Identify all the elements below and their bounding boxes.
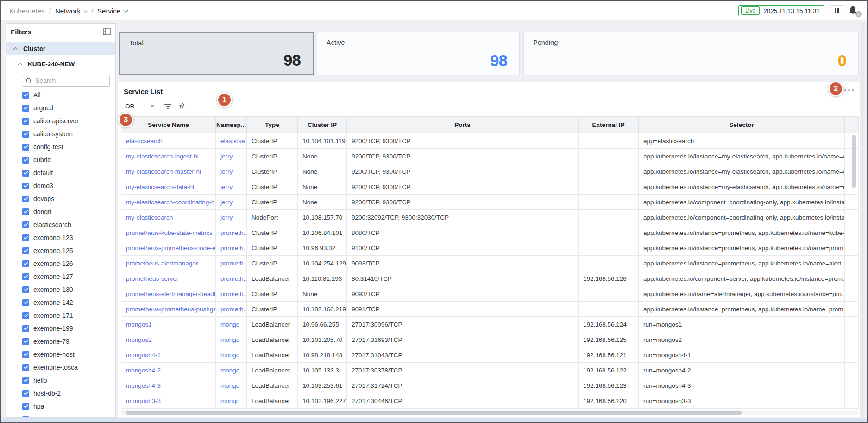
checkbox-checked-icon[interactable] (22, 196, 29, 202)
namespace-checkbox-item[interactable]: exemone-123 (6, 231, 115, 244)
col-type[interactable]: Type (247, 117, 298, 133)
page-scrollbar-track[interactable] (861, 23, 865, 417)
namespace-link[interactable]: jerry (216, 210, 247, 225)
stat-card-pending[interactable]: Pending 0 (523, 32, 859, 75)
collapse-panel-icon[interactable] (103, 28, 111, 35)
col-namespace[interactable]: Namesp... (216, 117, 247, 133)
service-name-link[interactable]: my-elasticsearch-ingest-hl (121, 149, 216, 164)
namespace-checkbox-item[interactable]: cubrid (6, 153, 115, 166)
namespace-link[interactable]: prometh... (216, 240, 247, 256)
checkbox-checked-icon[interactable] (22, 390, 29, 397)
checkbox-checked-icon[interactable] (22, 312, 29, 319)
service-name-link[interactable]: my-elasticsearch-coordinating-hl (121, 195, 216, 210)
col-external-ip[interactable]: External IP (579, 117, 639, 133)
namespace-link[interactable]: mongo (216, 393, 247, 409)
namespace-checkbox-item[interactable]: calico-apiserver (6, 114, 115, 127)
service-name-link[interactable]: mongosh4-2 (121, 363, 216, 378)
breadcrumb-network-dropdown[interactable]: Network (55, 7, 87, 15)
sidebar-cluster-node[interactable]: KUBE-240-NEW (6, 57, 115, 71)
namespace-checkbox-item[interactable]: exemone-199 (6, 322, 115, 335)
namespace-link[interactable]: jerry (216, 149, 247, 164)
namespace-checkbox-item[interactable]: exemone-tosca (6, 361, 115, 374)
table-horizontal-scrollbar-thumb[interactable] (126, 411, 742, 415)
checkbox-checked-icon[interactable] (22, 92, 29, 99)
namespace-checkbox-item[interactable]: exemone-171 (6, 309, 115, 322)
checkbox-checked-icon[interactable] (22, 144, 29, 151)
namespace-search[interactable] (22, 75, 110, 87)
namespace-checkbox-item[interactable]: exemone-host (6, 348, 115, 361)
table-vertical-scrollbar[interactable] (852, 135, 856, 188)
namespace-link[interactable]: prometh... (216, 225, 247, 240)
checkbox-checked-icon[interactable] (22, 105, 29, 112)
checkbox-checked-icon[interactable] (22, 377, 29, 384)
col-ports[interactable]: Ports (347, 117, 579, 133)
namespace-link[interactable]: mongo (216, 347, 247, 363)
service-name-link[interactable]: mongosh4-1 (121, 347, 216, 363)
namespace-checkbox-item[interactable]: exemone-130 (6, 283, 115, 296)
notification-bell[interactable]: 0 (849, 5, 859, 16)
table-horizontal-scrollbar-track[interactable] (121, 410, 858, 415)
namespace-checkbox-item[interactable]: All (6, 88, 115, 101)
namespace-link[interactable]: jerry (216, 164, 247, 179)
namespace-checkbox-item[interactable]: config-test (6, 140, 115, 153)
namespace-link[interactable]: elasticse... (216, 133, 247, 149)
service-name-link[interactable]: mongos2 (121, 332, 216, 347)
namespace-checkbox-item[interactable]: exemone-126 (6, 257, 115, 270)
service-name-link[interactable]: prometheus-prometheus-node-exporter (121, 240, 216, 256)
namespace-link[interactable]: prometh... (216, 302, 247, 317)
stat-card-active[interactable]: Active 98 (317, 32, 520, 75)
checkbox-checked-icon[interactable] (22, 208, 29, 215)
service-name-link[interactable]: mongos1 (121, 317, 216, 332)
namespace-link[interactable]: prometh... (216, 271, 247, 286)
checkbox-checked-icon[interactable] (22, 299, 29, 306)
service-name-link[interactable]: prometheus-alertmanager (121, 256, 216, 271)
namespace-checkbox-item[interactable]: exemone-79 (6, 335, 115, 348)
checkbox-checked-icon[interactable] (22, 338, 29, 345)
namespace-checkbox-item[interactable]: hello (6, 374, 115, 387)
filter-lines-icon[interactable] (164, 104, 171, 109)
namespace-link[interactable]: mongo (216, 317, 247, 332)
sidebar-section-cluster[interactable]: Cluster (6, 42, 115, 55)
namespace-link[interactable]: mongo (216, 332, 247, 347)
namespace-checkbox-item[interactable]: elasticsearch (6, 218, 115, 231)
namespace-checkbox-item[interactable]: exemone-142 (6, 296, 115, 309)
service-name-link[interactable]: prometheus-server (121, 271, 216, 286)
namespace-checkbox-item[interactable]: default (6, 166, 115, 179)
namespace-checkbox-item[interactable]: devops (6, 192, 115, 205)
namespace-checkbox-item[interactable]: dongri (6, 205, 115, 218)
checkbox-checked-icon[interactable] (22, 118, 29, 125)
pin-icon[interactable] (178, 103, 185, 110)
col-selector[interactable]: Selector (639, 117, 845, 133)
filter-operator-select[interactable]: OR (121, 100, 158, 113)
checkbox-checked-icon[interactable] (22, 286, 29, 293)
checkbox-checked-icon[interactable] (22, 247, 29, 254)
checkbox-checked-icon[interactable] (22, 170, 29, 177)
checkbox-checked-icon[interactable] (22, 325, 29, 332)
namespace-link[interactable]: prometh... (216, 286, 247, 302)
search-input[interactable] (35, 77, 91, 84)
namespace-checkbox-item[interactable] (6, 413, 115, 418)
namespace-checkbox-item[interactable]: demo3 (6, 179, 115, 192)
service-name-link[interactable]: elasticsearch (121, 133, 216, 149)
namespace-checkbox-item[interactable]: exemone-127 (6, 270, 115, 283)
namespace-checkbox-item[interactable]: argocd (6, 101, 115, 114)
col-cluster-ip[interactable]: Cluster IP (298, 117, 347, 133)
namespace-link[interactable]: jerry (216, 179, 247, 195)
service-name-link[interactable]: prometheus-prometheus-pushgateway (121, 302, 216, 317)
checkbox-checked-icon[interactable] (22, 157, 29, 164)
namespace-link[interactable]: mongo (216, 363, 247, 378)
checkbox-checked-icon[interactable] (22, 234, 29, 241)
service-name-link[interactable]: mongosh4-3 (121, 378, 216, 393)
pause-button[interactable] (830, 5, 843, 16)
more-options-icon[interactable] (844, 89, 854, 91)
namespace-link[interactable]: mongo (216, 378, 247, 393)
checkbox-checked-icon[interactable] (22, 273, 29, 280)
service-name-link[interactable]: prometheus-alertmanager-headless (121, 286, 216, 302)
namespace-checkbox-item[interactable]: calico-system (6, 127, 115, 140)
service-name-link[interactable]: my-elasticsearch (121, 210, 216, 225)
breadcrumb-service-dropdown[interactable]: Service (97, 7, 127, 15)
col-service-name[interactable]: Service Name (121, 117, 216, 133)
service-name-link[interactable]: my-elasticsearch-data-hl (121, 179, 216, 195)
checkbox-checked-icon[interactable] (22, 351, 29, 358)
checkbox-checked-icon[interactable] (22, 221, 29, 228)
